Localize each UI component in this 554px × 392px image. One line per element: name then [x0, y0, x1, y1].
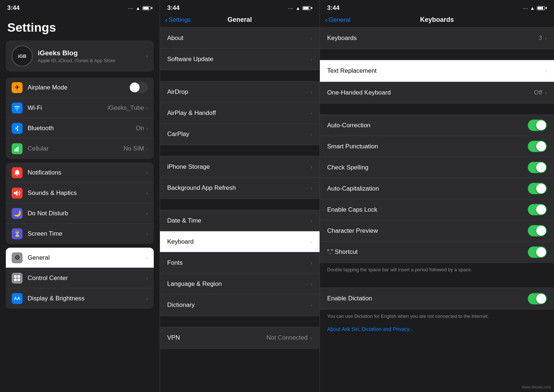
software-update-row[interactable]: Software Update › — [160, 49, 320, 70]
text-replacement-label: Text Replacement — [327, 67, 545, 75]
carplay-label: CarPlay — [167, 131, 310, 138]
check-spelling-toggle[interactable] — [528, 162, 547, 173]
display-icon: AA — [12, 293, 23, 304]
check-spelling-row[interactable]: Check Spelling — [320, 157, 554, 178]
auto-correction-toggle[interactable] — [528, 120, 547, 131]
dnd-chevron: › — [146, 211, 148, 216]
airplay-row[interactable]: AirPlay & Handoff › — [160, 103, 320, 124]
general-back-button[interactable]: ‹ Settings — [165, 16, 191, 24]
shortcut-toggle[interactable] — [528, 247, 547, 258]
dnd-row[interactable]: 🌙 Do Not Disturb › — [6, 203, 154, 224]
background-refresh-row[interactable]: Background App Refresh › — [160, 177, 320, 199]
date-time-row[interactable]: Date & Time › — [160, 210, 320, 231]
shortcut-row[interactable]: “.” Shortcut — [320, 241, 554, 263]
status-bar-1: 3:44 ···· ▲ — [0, 0, 160, 15]
auto-capitalization-toggle[interactable] — [528, 183, 547, 194]
wifi-value: iGeeks_Tube — [108, 104, 144, 112]
general-label: General — [28, 254, 146, 261]
battery-icon-2 — [302, 6, 312, 10]
character-preview-row[interactable]: Character Preview — [320, 220, 554, 241]
display-row[interactable]: AA Display & Brightness › — [6, 288, 154, 309]
watermark: www.deuaq.com — [522, 385, 551, 389]
wifi-label: Wi-Fi — [28, 104, 108, 112]
keyboard-row[interactable]: Keyboard › — [160, 231, 320, 252]
screen-time-row[interactable]: ⏳ Screen Time › — [6, 224, 154, 244]
control-center-row[interactable]: Control Center › — [6, 268, 154, 288]
bluetooth-row[interactable]: Bluetooth On › — [6, 118, 154, 139]
keyboards-back-button[interactable]: ‹ General — [325, 16, 350, 24]
keyboards-count-row[interactable]: Keyboards 3 › — [320, 28, 554, 49]
check-spelling-label: Check Spelling — [327, 164, 528, 171]
svg-marker-4 — [16, 190, 17, 196]
shortcut-note: Double tapping the space bar will insert… — [320, 264, 554, 277]
text-replacement-row[interactable]: Text Replacement › — [320, 60, 554, 81]
profile-subtitle: Apple ID, iCloud, iTunes & App Store — [38, 58, 146, 63]
dictionary-row[interactable]: Dictionary › — [160, 295, 320, 316]
smart-punctuation-toggle[interactable] — [528, 141, 547, 152]
general-icon: ⚙ — [12, 252, 23, 263]
settings-heading: Settings — [0, 15, 160, 38]
general-title: General — [228, 16, 252, 24]
control-center-chevron: › — [146, 275, 148, 281]
airplane-toggle[interactable] — [129, 82, 148, 93]
general-row-p1[interactable]: ⚙ General › — [6, 248, 154, 268]
screen-time-chevron: › — [146, 231, 148, 237]
carplay-row[interactable]: CarPlay › — [160, 124, 320, 145]
wifi-icon-1: ▲ — [136, 5, 140, 11]
general-nav-bar: ‹ Settings General — [160, 15, 320, 27]
one-handed-row[interactable]: One-Handed Keyboard Off › — [320, 82, 554, 103]
vpn-group: VPN Not Connected › — [160, 327, 320, 349]
status-icons-3: ···· ▲ — [523, 5, 547, 11]
wifi-icon-2: ▲ — [296, 5, 300, 11]
sounds-chevron: › — [146, 190, 148, 196]
wifi-row[interactable]: Wi-Fi iGeeks_Tube › — [6, 98, 154, 118]
keyboards-count-value: 3 — [539, 35, 542, 42]
svg-rect-7 — [14, 279, 17, 281]
display-chevron: › — [146, 296, 148, 301]
back-chevron-2: ‹ — [165, 16, 168, 23]
vpn-value: Not Connected — [266, 334, 308, 341]
sounds-row[interactable]: Sounds & Haptics › — [6, 183, 154, 203]
shortcut-label: “.” Shortcut — [327, 248, 528, 256]
enable-dictation-toggle[interactable] — [528, 293, 547, 304]
auto-capitalization-row[interactable]: Auto-Capitalization — [320, 178, 554, 199]
cellular-label: Cellular — [28, 145, 124, 152]
smart-punctuation-row[interactable]: Smart Punctuation — [320, 136, 554, 157]
character-preview-toggle[interactable] — [528, 225, 547, 236]
vpn-row[interactable]: VPN Not Connected › — [160, 327, 320, 348]
system-group: Notifications › Sounds & Haptics › 🌙 Do … — [6, 163, 154, 244]
notifications-row[interactable]: Notifications › — [6, 163, 154, 183]
svg-rect-1 — [16, 148, 17, 152]
language-region-row[interactable]: Language & Region › — [160, 273, 320, 295]
airdrop-row[interactable]: AirDrop › — [160, 81, 320, 103]
fonts-row[interactable]: Fonts › — [160, 252, 320, 273]
gap-1 — [160, 71, 320, 81]
signal-icon-1: ···· — [128, 5, 133, 11]
about-row[interactable]: About › — [160, 28, 320, 49]
gap-k1 — [320, 50, 554, 60]
cellular-row[interactable]: Cellular No SIM › — [6, 139, 154, 159]
svg-rect-3 — [14, 192, 16, 194]
status-bar-3: 3:44 ···· ▲ — [320, 0, 554, 15]
airplane-mode-row[interactable]: ✈ Airplane Mode — [6, 77, 154, 98]
gap-3 — [160, 200, 320, 210]
about-link[interactable]: About Ask Siri, Dictation and Privacy... — [320, 324, 554, 336]
keyboards-scroll: Keyboards 3 › Text Replacement › One-Han… — [320, 27, 554, 392]
general-panel: 3:44 ···· ▲ ‹ Settings General About › S… — [160, 0, 320, 392]
vpn-label: VPN — [167, 334, 266, 341]
notifications-label: Notifications — [28, 169, 146, 176]
enable-caps-lock-row[interactable]: Enable Caps Lock — [320, 199, 554, 220]
profile-row[interactable]: iGB iGeeks Blog Apple ID, iCloud, iTunes… — [6, 40, 154, 72]
iphone-storage-row[interactable]: iPhone Storage › — [160, 156, 320, 177]
signal-icon-3: ···· — [523, 5, 528, 11]
iphone-storage-label: iPhone Storage — [167, 163, 310, 171]
vpn-chevron: › — [310, 335, 312, 341]
enable-dictation-row[interactable]: Enable Dictation — [320, 288, 554, 309]
general-group-p1: ⚙ General › Control Center › AA — [6, 248, 154, 309]
keyboards-nav-bar: ‹ General Keyboards — [320, 15, 554, 27]
auto-correction-row[interactable]: Auto-Correction — [320, 115, 554, 136]
fonts-chevron: › — [310, 260, 312, 266]
enable-caps-lock-toggle[interactable] — [528, 204, 547, 215]
airplay-label: AirPlay & Handoff — [167, 109, 310, 117]
settings-panel: 3:44 ···· ▲ Settings iGB iGeeks Blog App… — [0, 0, 160, 392]
